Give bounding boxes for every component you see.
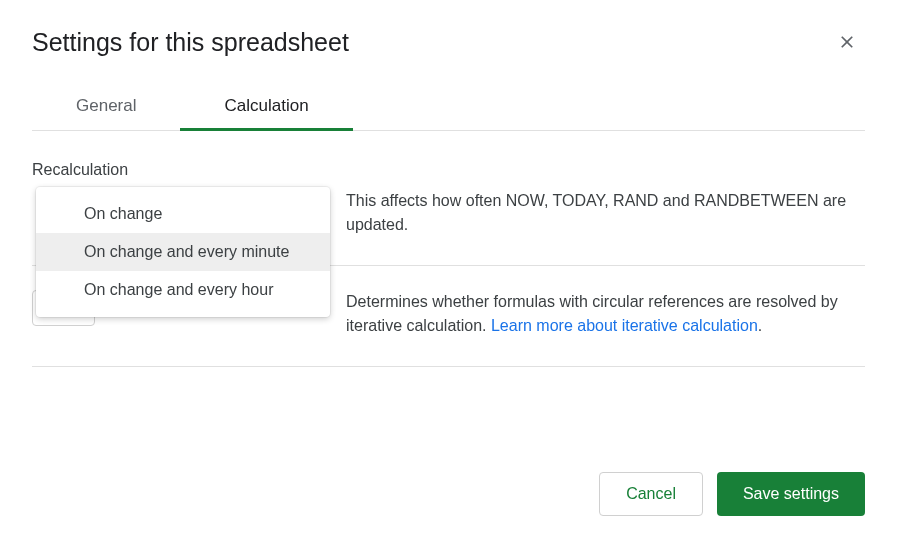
option-on-change-every-minute[interactable]: On change and every minute bbox=[36, 233, 330, 271]
settings-dialog: Settings for this spreadsheet General Ca… bbox=[0, 0, 897, 540]
close-button[interactable] bbox=[829, 24, 865, 60]
option-on-change-every-hour[interactable]: On change and every hour bbox=[36, 271, 330, 309]
recalculation-section: Recalculation This affects how often NOW… bbox=[32, 161, 865, 266]
recalculation-dropdown-menu: On change On change and every minute On … bbox=[36, 187, 330, 317]
dialog-footer: Cancel Save settings bbox=[599, 472, 865, 516]
tabs: General Calculation bbox=[32, 84, 865, 131]
recalculation-label: Recalculation bbox=[32, 161, 865, 179]
iterative-description: Determines whether formulas with circula… bbox=[346, 290, 865, 338]
tab-calculation[interactable]: Calculation bbox=[180, 84, 352, 130]
save-settings-button[interactable]: Save settings bbox=[717, 472, 865, 516]
dialog-header: Settings for this spreadsheet bbox=[32, 24, 865, 60]
cancel-button[interactable]: Cancel bbox=[599, 472, 703, 516]
close-icon bbox=[837, 32, 857, 52]
tab-general[interactable]: General bbox=[32, 84, 180, 130]
option-on-change[interactable]: On change bbox=[36, 195, 330, 233]
learn-more-link[interactable]: Learn more about iterative calculation bbox=[491, 317, 758, 334]
recalculation-description: This affects how often NOW, TODAY, RAND … bbox=[346, 189, 865, 237]
dialog-title: Settings for this spreadsheet bbox=[32, 28, 349, 57]
